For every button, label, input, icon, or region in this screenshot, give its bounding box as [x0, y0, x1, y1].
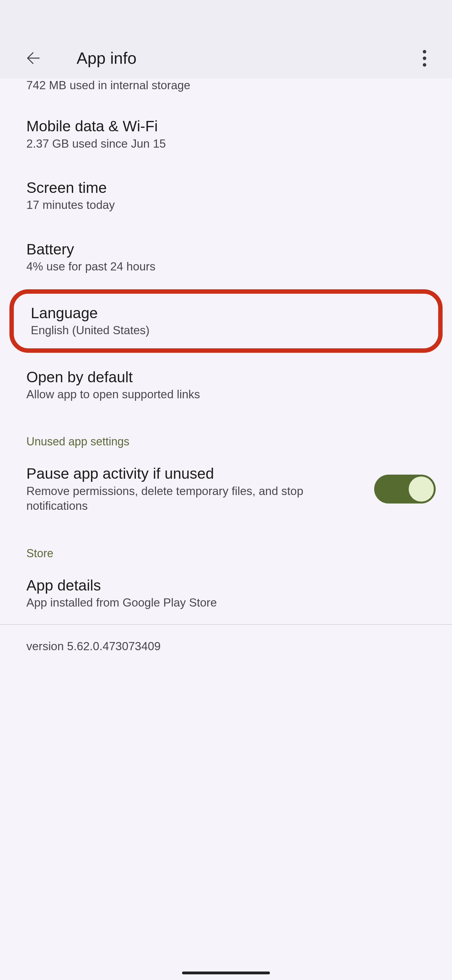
language-item[interactable]: Language English (United States) [14, 294, 438, 348]
item-subtitle: 4% use for past 24 hours [26, 260, 426, 274]
item-title: Open by default [26, 368, 426, 386]
screen-time-item[interactable]: Screen time 17 minutes today [0, 165, 452, 226]
status-bar-space [0, 0, 452, 38]
content: 742 MB used in internal storage Mobile d… [0, 78, 452, 980]
arrow-left-icon [26, 51, 41, 66]
item-title: Screen time [26, 179, 426, 196]
back-button[interactable] [18, 43, 48, 73]
highlight-annotation: Language English (United States) [10, 289, 442, 353]
pause-app-activity-item[interactable]: Pause app activity if unused Remove perm… [0, 451, 452, 527]
more-options-button[interactable] [409, 43, 439, 73]
battery-item[interactable]: Battery 4% use for past 24 hours [0, 226, 452, 288]
item-subtitle: English (United States) [31, 323, 421, 337]
app-version: version 5.62.0.473073409 [0, 625, 452, 668]
section-header-unused: Unused app settings [0, 415, 452, 451]
app-details-item[interactable]: App details App installed from Google Pl… [0, 563, 452, 624]
item-title: Pause app activity if unused [26, 465, 365, 482]
more-vert-icon [423, 50, 426, 67]
section-header-store: Store [0, 527, 452, 563]
item-title: Language [31, 304, 421, 321]
page-title: App info [76, 49, 136, 68]
item-subtitle: Allow app to open supported links [26, 388, 426, 401]
item-title: Battery [26, 240, 426, 258]
storage-subtitle: 742 MB used in internal storage [0, 78, 452, 103]
item-subtitle: Remove permissions, delete temporary fil… [26, 484, 365, 513]
open-by-default-item[interactable]: Open by default Allow app to open suppor… [0, 354, 452, 416]
item-title: App details [26, 577, 426, 594]
item-title: Mobile data & Wi-Fi [26, 118, 426, 135]
mobile-data-item[interactable]: Mobile data & Wi-Fi 2.37 GB used since J… [0, 103, 452, 165]
item-subtitle: 2.37 GB used since Jun 15 [26, 137, 426, 151]
top-bar: App info [0, 38, 452, 78]
item-subtitle: App installed from Google Play Store [26, 596, 426, 610]
navigation-handle[interactable] [182, 972, 270, 974]
item-subtitle: 17 minutes today [26, 198, 426, 212]
pause-app-toggle[interactable] [374, 475, 436, 504]
toggle-knob [409, 476, 434, 502]
